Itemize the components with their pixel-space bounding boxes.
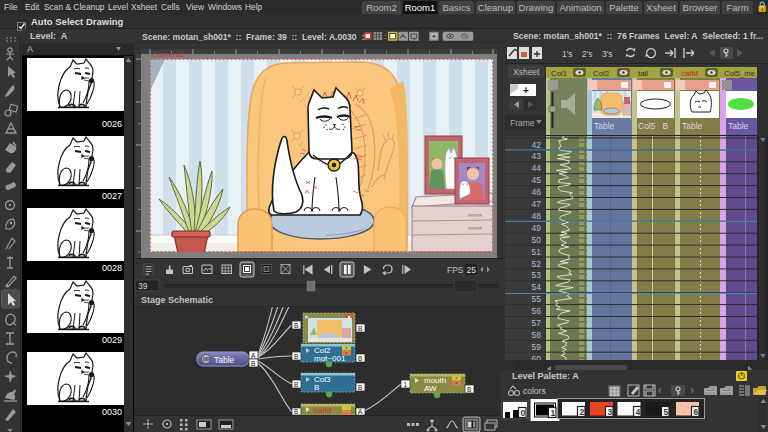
svg-text:B: B (294, 353, 298, 360)
svg-text:B: B (467, 386, 471, 393)
svg-text:3's: 3's (602, 49, 613, 59)
svg-text:B: B (358, 384, 362, 391)
svg-text:58: 58 (532, 330, 542, 340)
svg-text:51: 51 (532, 247, 542, 257)
svg-text:B: B (294, 322, 298, 329)
svg-text:59: 59 (532, 342, 542, 352)
svg-text:57: 57 (532, 318, 542, 328)
svg-text:43: 43 (532, 151, 542, 161)
svg-text:Camera1: Camera1 (152, 50, 185, 59)
svg-text:B: B (251, 360, 255, 367)
svg-text:+: + (523, 85, 529, 96)
svg-text:55: 55 (532, 294, 542, 304)
svg-text:25: 25 (467, 265, 477, 275)
svg-text:2: 2 (580, 407, 585, 417)
svg-text:B: B (358, 355, 362, 362)
svg-text:B: B (294, 381, 298, 388)
svg-text:5: 5 (664, 407, 669, 417)
svg-text:0: 0 (521, 408, 526, 418)
svg-text:Table: Table (594, 121, 615, 131)
svg-text:47: 47 (532, 199, 542, 209)
svg-text:B: B (314, 383, 319, 392)
svg-text:1: 1 (551, 408, 556, 418)
svg-text::: : (384, 32, 387, 41)
svg-text:catM: catM (314, 406, 332, 415)
svg-text:Table: Table (682, 121, 703, 131)
svg-text:49: 49 (532, 223, 542, 233)
svg-text:B: B (358, 325, 362, 332)
svg-text:56: 56 (532, 306, 542, 316)
svg-text:A: A (251, 352, 256, 359)
svg-text:A: A (358, 408, 363, 415)
svg-text:4: 4 (636, 407, 641, 417)
svg-text:2's: 2's (582, 49, 593, 59)
svg-text:39: 39 (138, 281, 148, 291)
svg-text:Col5 B: Col5 B (638, 121, 669, 131)
svg-text:42: 42 (532, 140, 542, 150)
svg-text:Col1: Col1 (551, 69, 567, 78)
svg-text:46: 46 (532, 187, 542, 197)
svg-text:52: 52 (532, 259, 542, 269)
svg-text:53: 53 (532, 270, 542, 280)
svg-text:Table: Table (728, 121, 749, 131)
svg-text:B: B (294, 408, 298, 415)
svg-text:44: 44 (532, 163, 542, 173)
svg-text:45: 45 (532, 175, 542, 185)
svg-text:Xsheet: Xsheet (513, 67, 540, 77)
svg-text:catM: catM (681, 69, 698, 78)
svg-text:Frame: Frame (510, 118, 535, 128)
svg-text:tail: tail (638, 69, 648, 78)
svg-text:mot~001: mot~001 (314, 354, 346, 363)
svg-text:FPS: FPS (447, 265, 464, 275)
svg-text:1's: 1's (562, 49, 573, 59)
svg-text:Col5_me: Col5_me (724, 69, 755, 78)
svg-text:6: 6 (694, 407, 699, 417)
svg-text:colors: colors (523, 386, 546, 396)
svg-text:48: 48 (532, 211, 542, 221)
svg-text:Col2: Col2 (593, 69, 609, 78)
svg-text:Table: Table (214, 355, 235, 365)
svg-text:1: 1 (404, 381, 408, 388)
svg-text:AW: AW (424, 384, 437, 393)
svg-text:54: 54 (532, 282, 542, 292)
svg-text:3: 3 (608, 407, 613, 417)
svg-text:50: 50 (532, 235, 542, 245)
